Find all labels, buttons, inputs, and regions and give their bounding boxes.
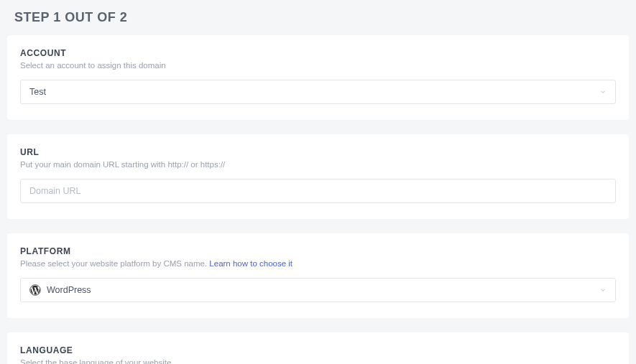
language-desc: Select the base language of your website: [20, 358, 616, 364]
language-title: LANGUAGE: [20, 345, 616, 355]
platform-selected-value: WordPress: [47, 285, 91, 295]
url-card: URL Put your main domain URL starting wi…: [7, 134, 629, 219]
url-input[interactable]: [29, 186, 607, 196]
platform-desc: Please select your website platform by C…: [20, 259, 616, 268]
url-desc: Put your main domain URL starting with h…: [20, 160, 616, 169]
wordpress-icon: [29, 284, 41, 296]
platform-desc-text: Please select your website platform by C…: [20, 259, 209, 268]
account-card: ACCOUNT Select an account to assign this…: [7, 35, 629, 120]
account-selected-value: Test: [29, 87, 46, 97]
step-header: STEP 1 OUT OF 2: [7, 7, 629, 35]
platform-select[interactable]: WordPress: [20, 278, 616, 302]
platform-card: PLATFORM Please select your website plat…: [7, 233, 629, 318]
account-title: ACCOUNT: [20, 48, 616, 58]
chevron-down-icon: [599, 286, 607, 294]
chevron-down-icon: [599, 88, 607, 95]
language-card: LANGUAGE Select the base language of you…: [7, 332, 629, 364]
platform-learn-link[interactable]: Learn how to choose it: [209, 259, 292, 268]
platform-title: PLATFORM: [20, 246, 616, 256]
account-select[interactable]: Test: [20, 80, 616, 104]
url-input-wrapper[interactable]: [20, 179, 616, 203]
account-desc: Select an account to assign this domain: [20, 61, 616, 70]
url-title: URL: [20, 147, 616, 157]
